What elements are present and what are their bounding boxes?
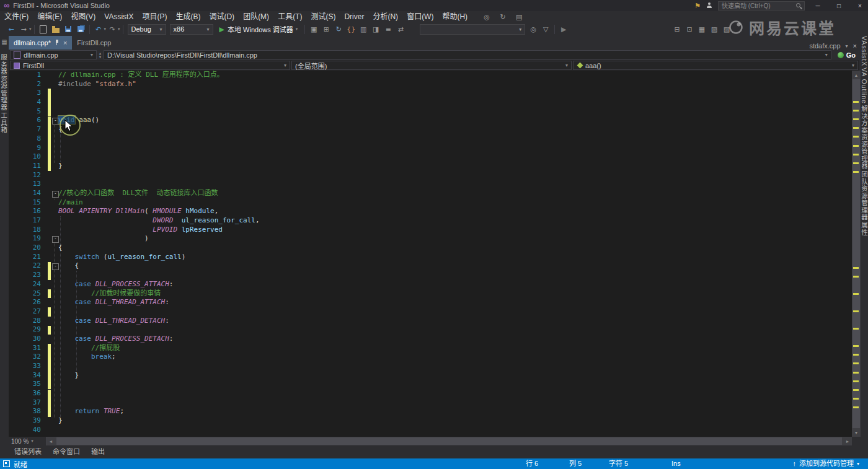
bottom-panel-tab[interactable]: 输出 [86,445,110,458]
quick-launch-input[interactable] [720,2,795,10]
code-line[interactable]: //加载时候要做的事情 [58,289,260,299]
member-select[interactable]: aaa() ▾ [573,61,858,70]
close-document-icon[interactable]: × [853,42,857,50]
menu-item[interactable]: 工具(T) [273,11,306,22]
menu-item[interactable]: 编辑(E) [33,11,66,22]
va-goto-icon[interactable]: ◎ [482,12,492,22]
side-panel-tab[interactable]: 服务器资源管理器 [0,54,7,111]
code-line[interactable]: return TRUE; [58,407,260,416]
code-line[interactable]: void aaa() [58,116,260,125]
solution-platforms-icon[interactable]: ▣ [309,24,319,34]
sync-icon[interactable]: ↻ [334,24,343,34]
code-line[interactable] [58,271,260,280]
run-disabled-icon[interactable]: ▶ [559,24,569,34]
menu-item[interactable]: 调试(D) [205,11,239,22]
bottom-panel-tab[interactable]: 错误列表 [9,445,47,458]
comment-block-icon[interactable]: {} [346,24,356,34]
redo-icon[interactable]: ↷ [107,24,117,34]
code-line[interactable] [58,171,260,180]
notifications-flag-icon[interactable]: ⚑ [694,2,701,10]
code-line[interactable] [58,325,260,335]
code-line[interactable] [58,98,260,107]
code-line[interactable]: switch (ul_reason_for_call) [58,253,260,262]
new-project-icon[interactable] [38,24,48,34]
tab-stdafx-cpp[interactable]: stdafx.cpp [809,42,840,50]
debug-target-icon[interactable]: ⊟ [672,24,682,34]
tab-firstdll-cpp[interactable]: FirstDll.cpp [72,36,116,50]
menu-item[interactable]: 文件(F) [0,11,33,22]
code-line[interactable]: #include "stdafx.h" [58,80,260,89]
indent-icon[interactable]: ▥ [358,24,368,34]
solution-configuration-select[interactable]: Debug▾ [128,24,166,35]
code-line[interactable]: case DLL_PROCESS_ATTACH: [58,280,260,289]
zoom-select[interactable]: 100 % ▾ [9,437,46,445]
scroll-up-icon[interactable]: ▲ [852,71,861,79]
menu-item[interactable]: 项目(P) [138,11,171,22]
bottom-panel-tab[interactable]: 命令窗口 [47,445,86,458]
scrollbar-thumb[interactable] [852,79,860,428]
side-panel-tab[interactable]: 团队资源管理器 [861,171,868,221]
code-line[interactable] [58,426,260,435]
file-path-box[interactable]: D:\Visual Studio\repos\FirstDll\FirstDll… [104,50,831,59]
menu-item[interactable]: VAssistX [100,11,138,22]
menu-item[interactable]: Driver [340,11,368,22]
minimize-button[interactable]: ─ [810,0,826,11]
code-line[interactable]: } [58,416,260,426]
navigate-back-icon[interactable]: ← [6,24,16,34]
code-line[interactable]: break; [58,353,260,362]
menu-item[interactable]: 团队(M) [239,11,273,22]
horizontal-scrollbar[interactable]: ◄ ► [46,437,852,445]
code-line[interactable] [58,89,260,98]
navigate-forward-icon[interactable]: → [19,24,29,34]
code-line[interactable]: } [58,371,260,380]
document-list-dropdown-icon[interactable]: ▾ [846,43,848,49]
find-combo[interactable]: ▾ [420,24,525,35]
code-line[interactable]: // dllmain.cpp : 定义 DLL 应用程序的入口点。 [58,71,260,80]
bookmark-icon[interactable]: ◨ [371,24,381,34]
menu-item[interactable]: 视图(V) [66,11,100,22]
quick-launch-box[interactable] [718,1,805,11]
code-line[interactable] [58,144,260,153]
code-line[interactable]: BOOL APIENTRY DllMain( HMODULE hModule, [58,207,260,216]
project-select[interactable]: FirstDll ▾ [10,61,290,70]
code-line[interactable]: } [58,162,260,171]
maximize-button[interactable]: □ [831,0,847,11]
solution-platform-select[interactable]: x86▾ [170,24,213,35]
va-go-button[interactable]: Go [838,51,856,59]
save-all-icon[interactable] [76,24,86,34]
code-line[interactable] [58,307,260,317]
code-line[interactable] [58,152,260,162]
code-line[interactable] [58,380,260,389]
code-line[interactable]: LPVOID lpReserved [58,226,260,235]
side-panel-tab[interactable]: 属性 [861,222,868,236]
navigate-swap-icon[interactable]: ⇄ [396,24,405,34]
code-line[interactable]: { [58,261,260,271]
list-members-icon[interactable]: ≡ [383,24,393,34]
close-tab-icon[interactable]: × [63,40,67,46]
pin-icon[interactable] [55,40,60,46]
code-line[interactable] [58,362,260,371]
undo-dropdown-icon[interactable]: ▾ [104,27,107,32]
highlight-icon[interactable]: ⊡ [684,24,694,34]
find-next-icon[interactable]: ◎ [528,24,538,34]
code-lines[interactable]: // dllmain.cpp : 定义 DLL 应用程序的入口点。#includ… [58,71,260,435]
tab-dllmain-cpp[interactable]: dllmain.cpp* × [9,36,72,50]
scroll-left-icon[interactable]: ◄ [46,439,55,444]
va-snippet-icon[interactable]: ▧ [709,24,719,34]
file-spinner[interactable]: ▴▾ [99,51,101,59]
code-line[interactable]: ) [58,234,260,243]
code-line[interactable]: { [58,243,260,253]
code-line[interactable]: case DLL_THREAD_DETACH: [58,317,260,326]
menu-item[interactable]: 生成(B) [171,11,205,22]
code-line[interactable]: //main [58,198,260,208]
menu-item[interactable]: 帮助(H) [438,11,472,22]
redo-dropdown-icon[interactable]: ▾ [118,27,120,32]
code-line[interactable]: DWORD ul_reason_for_call, [58,216,260,226]
background-tasks-icon[interactable] [3,460,10,467]
va-block-icon[interactable]: ▦ [697,24,707,34]
scroll-right-icon[interactable]: ► [843,439,852,444]
side-panel-tab[interactable]: 工具箱 [0,112,7,134]
side-panel-tab[interactable]: VAssistX [861,36,868,66]
code-line[interactable] [58,134,260,144]
hscrollbar-thumb[interactable] [56,437,842,445]
